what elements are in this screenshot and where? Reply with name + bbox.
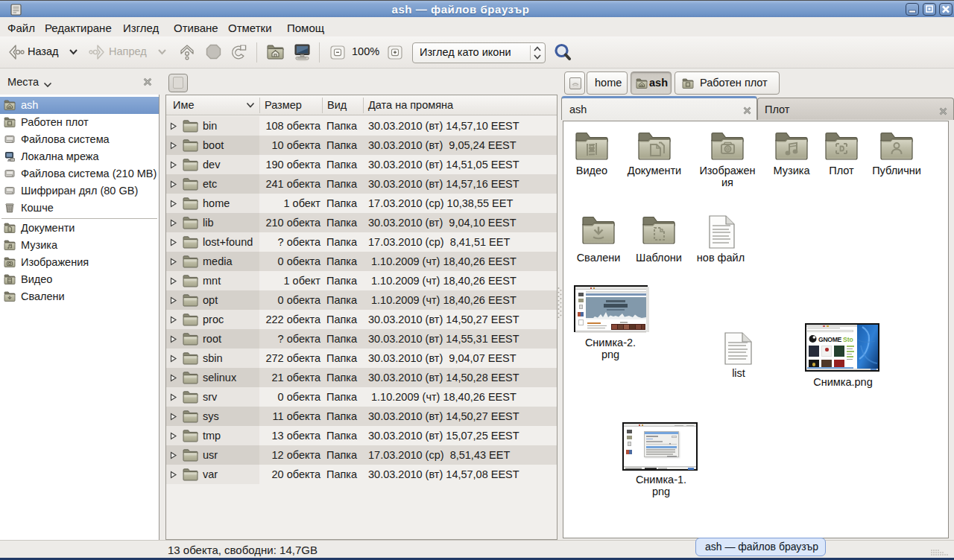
svg-text:GNOME: GNOME xyxy=(818,336,842,343)
svg-text:Sto: Sto xyxy=(843,336,853,343)
